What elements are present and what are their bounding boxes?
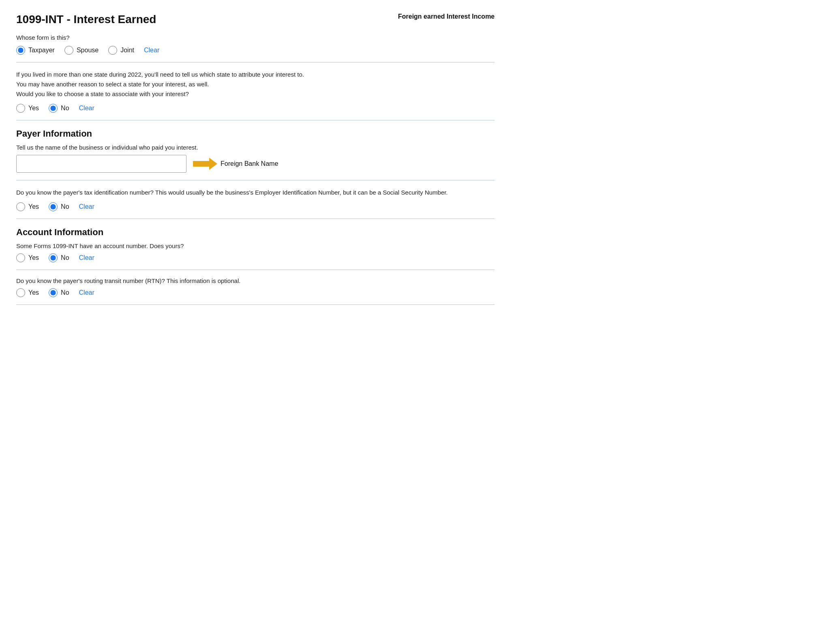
account-yes-option[interactable]: Yes — [16, 253, 39, 262]
state-question-section: If you lived in more than one state duri… — [16, 70, 495, 113]
tax-id-no-label: No — [61, 203, 69, 210]
joint-radio[interactable] — [108, 46, 117, 55]
payer-input-row: Foreign Bank Name — [16, 155, 495, 173]
arrow-container: Foreign Bank Name — [193, 158, 278, 170]
whose-form-section: Whose form is this? Taxpayer Spouse Join… — [16, 34, 495, 55]
state-radio-group: Yes No Clear — [16, 104, 495, 113]
taxpayer-option[interactable]: Taxpayer — [16, 46, 55, 55]
state-no-label: No — [61, 105, 69, 112]
account-yes-radio[interactable] — [16, 253, 25, 262]
account-yes-label: Yes — [28, 254, 39, 261]
arrow-icon — [193, 158, 217, 170]
state-yes-radio[interactable] — [16, 104, 25, 113]
rtn-yes-option[interactable]: Yes — [16, 288, 39, 297]
divider-6 — [16, 304, 495, 305]
whose-form-label: Whose form is this? — [16, 34, 495, 41]
tax-id-yes-radio[interactable] — [16, 202, 25, 211]
tax-id-info: Do you know the payer's tax identificati… — [16, 188, 495, 197]
tax-id-no-option[interactable]: No — [49, 202, 69, 211]
account-no-radio[interactable] — [49, 253, 58, 262]
payer-field-label: Tell us the name of the business or indi… — [16, 144, 495, 151]
tax-id-section: Do you know the payer's tax identificati… — [16, 188, 495, 211]
state-no-option[interactable]: No — [49, 104, 69, 113]
divider-2 — [16, 120, 495, 120]
whose-form-radio-group: Taxpayer Spouse Joint Clear — [16, 46, 495, 55]
account-info-section: Account Information Some Forms 1099-INT … — [16, 227, 495, 262]
state-no-radio[interactable] — [49, 104, 58, 113]
state-question-line2: You may have another reason to select a … — [16, 79, 495, 89]
account-info-heading: Account Information — [16, 227, 495, 238]
rtn-no-label: No — [61, 289, 69, 296]
divider-1 — [16, 62, 495, 62]
rtn-label: Do you know the payer's routing transit … — [16, 277, 495, 284]
account-no-label: No — [61, 254, 69, 261]
rtn-yes-radio[interactable] — [16, 288, 25, 297]
account-clear-button[interactable]: Clear — [79, 254, 94, 261]
account-number-radio-group: Yes No Clear — [16, 253, 495, 262]
rtn-clear-button[interactable]: Clear — [79, 289, 94, 296]
state-question-line1: If you lived in more than one state duri… — [16, 70, 495, 79]
taxpayer-radio[interactable] — [16, 46, 25, 55]
taxpayer-label: Taxpayer — [28, 47, 55, 54]
tax-id-yes-label: Yes — [28, 203, 39, 210]
account-no-option[interactable]: No — [49, 253, 69, 262]
tax-id-yes-option[interactable]: Yes — [16, 202, 39, 211]
divider-5 — [16, 270, 495, 270]
rtn-no-radio[interactable] — [49, 288, 58, 297]
joint-option[interactable]: Joint — [108, 46, 134, 55]
state-yes-option[interactable]: Yes — [16, 104, 39, 113]
state-clear-button[interactable]: Clear — [79, 105, 94, 112]
account-number-subsection: Some Forms 1099-INT have an account numb… — [16, 242, 495, 262]
tax-id-clear-button[interactable]: Clear — [79, 203, 94, 210]
whose-form-clear-button[interactable]: Clear — [144, 47, 159, 54]
account-number-label: Some Forms 1099-INT have an account numb… — [16, 242, 495, 249]
rtn-yes-label: Yes — [28, 289, 39, 296]
rtn-radio-group: Yes No Clear — [16, 288, 495, 297]
state-question-info: If you lived in more than one state duri… — [16, 70, 495, 99]
payer-name-input[interactable] — [16, 155, 186, 173]
spouse-option[interactable]: Spouse — [64, 46, 99, 55]
payer-info-heading: Payer Information — [16, 129, 495, 139]
payer-info-section: Payer Information Tell us the name of th… — [16, 129, 495, 173]
divider-3 — [16, 180, 495, 180]
page-title: 1099-INT - Interest Earned — [16, 13, 156, 26]
rtn-section: Do you know the payer's routing transit … — [16, 277, 495, 297]
page-subtitle: Foreign earned Interest Income — [398, 13, 495, 20]
joint-label: Joint — [120, 47, 134, 54]
tax-id-no-radio[interactable] — [49, 202, 58, 211]
page-header: 1099-INT - Interest Earned Foreign earne… — [16, 13, 495, 26]
state-yes-label: Yes — [28, 105, 39, 112]
rtn-no-option[interactable]: No — [49, 288, 69, 297]
svg-marker-0 — [193, 158, 217, 170]
divider-4 — [16, 219, 495, 219]
tax-id-radio-group: Yes No Clear — [16, 202, 495, 211]
spouse-radio[interactable] — [64, 46, 73, 55]
spouse-label: Spouse — [77, 47, 99, 54]
arrow-label: Foreign Bank Name — [221, 160, 278, 167]
tax-id-question-text: Do you know the payer's tax identificati… — [16, 188, 495, 197]
state-question-line3: Would you like to choose a state to asso… — [16, 89, 495, 99]
